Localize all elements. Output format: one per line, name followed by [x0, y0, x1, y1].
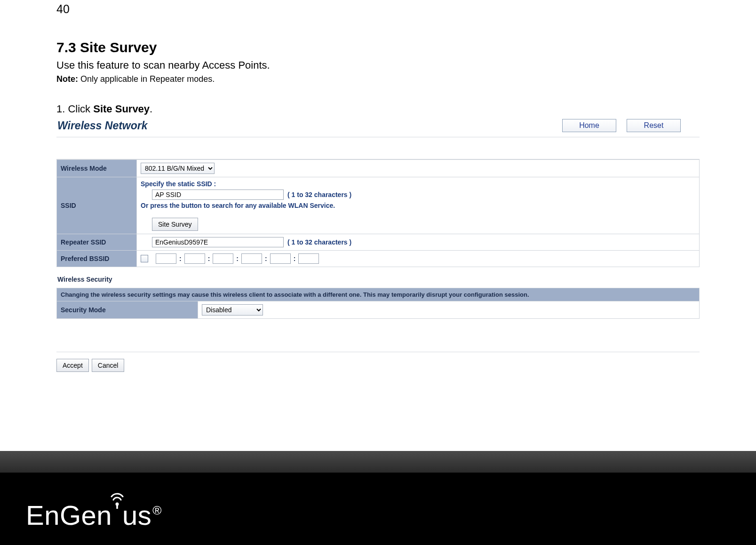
logo-text-us: us — [122, 499, 151, 531]
security-mode-select[interactable]: Disabled — [202, 304, 263, 316]
wireless-mode-select[interactable]: 802.11 B/G/N Mixed — [141, 163, 215, 174]
bssid-oct-1[interactable] — [156, 253, 176, 264]
page-number: 40 — [56, 0, 700, 16]
site-survey-button[interactable]: Site Survey — [152, 218, 198, 231]
registered-symbol: ® — [152, 503, 162, 518]
colon-sep: : — [294, 255, 296, 262]
divider — [56, 352, 700, 352]
row-ssid: SSID Specify the static SSID : ( 1 to 32… — [57, 177, 700, 234]
bssid-oct-6[interactable] — [298, 253, 319, 264]
step-prefix: 1. Click — [56, 103, 93, 115]
intro-text: Use this feature to scan nearby Access P… — [56, 59, 700, 71]
colon-sep: : — [265, 255, 267, 262]
panel-header: Wireless Network Home Reset — [56, 118, 700, 134]
note-label: Note: — [56, 74, 78, 84]
field-ssid: Specify the static SSID : ( 1 to 32 char… — [137, 177, 700, 234]
spacer — [56, 137, 700, 159]
home-button[interactable]: Home — [562, 119, 616, 132]
row-prefered-bssid: Prefered BSSID : : : : : — [57, 251, 700, 267]
note-line: Note: Only applicable in Repeater modes. — [56, 74, 700, 84]
repeater-ssid-input[interactable] — [152, 237, 284, 247]
bssid-oct-5[interactable] — [270, 253, 291, 264]
note-text: Only applicable in Repeater modes. — [78, 74, 215, 84]
step-bold: Site Survey — [93, 103, 150, 115]
wireless-security-title: Wireless Security — [57, 276, 700, 283]
action-buttons: Accept Cancel — [56, 359, 700, 372]
colon-sep: : — [208, 255, 210, 262]
row-repeater-ssid: Repeater SSID ( 1 to 32 characters ) — [57, 234, 700, 251]
label-ssid: SSID — [57, 177, 137, 234]
label-repeater-ssid: Repeater SSID — [57, 234, 137, 251]
svg-rect-1 — [116, 504, 118, 509]
ssid-char-hint: ( 1 to 32 characters ) — [284, 191, 351, 198]
row-security-mode: Security Mode Disabled — [57, 301, 700, 319]
ssid-static-text: Specify the static SSID : — [141, 180, 695, 188]
step-suffix: . — [150, 103, 152, 115]
field-wireless-mode: 802.11 B/G/N Mixed — [137, 160, 700, 177]
colon-sep: : — [179, 255, 182, 262]
field-prefered-bssid: : : : : : — [137, 251, 700, 267]
step-line: 1. Click Site Survey. — [56, 103, 700, 115]
bssid-oct-2[interactable] — [184, 253, 205, 264]
field-security-mode: Disabled — [198, 301, 700, 319]
label-security-mode: Security Mode — [57, 301, 198, 319]
bssid-oct-3[interactable] — [213, 253, 233, 264]
top-buttons: Home Reset — [562, 119, 700, 132]
label-prefered-bssid: Prefered BSSID — [57, 251, 137, 267]
engenius-logo: EnGen us ® — [26, 499, 161, 531]
panel-title: Wireless Network — [57, 119, 148, 132]
colon-sep: : — [236, 255, 239, 262]
field-repeater-ssid: ( 1 to 32 characters ) — [137, 234, 700, 251]
wireless-form-table: Wireless Mode 802.11 B/G/N Mixed SSID Sp… — [56, 159, 700, 267]
ssid-input[interactable] — [152, 190, 284, 200]
ssid-search-text: Or press the button to search for any av… — [141, 202, 695, 209]
security-warning-row: Changing the wireless security settings … — [57, 288, 700, 301]
section-heading: 7.3 Site Survey — [56, 39, 700, 55]
page-footer: EnGen us ® — [0, 451, 756, 545]
label-wireless-mode: Wireless Mode — [57, 160, 137, 177]
bssid-checkbox[interactable] — [141, 255, 148, 262]
security-table: Changing the wireless security settings … — [56, 288, 700, 319]
footer-strip — [0, 451, 756, 473]
security-warning: Changing the wireless security settings … — [57, 288, 700, 301]
repeater-char-hint: ( 1 to 32 characters ) — [284, 238, 351, 246]
cancel-button[interactable]: Cancel — [92, 359, 125, 372]
logo-text-en: EnGen — [26, 499, 112, 531]
accept-button[interactable]: Accept — [56, 359, 89, 372]
bssid-oct-4[interactable] — [241, 253, 262, 264]
row-wireless-mode: Wireless Mode 802.11 B/G/N Mixed — [57, 160, 700, 177]
reset-button[interactable]: Reset — [627, 119, 681, 132]
wireless-network-panel: Wireless Network Home Reset Wireless Mod… — [56, 118, 700, 372]
wifi-icon — [110, 483, 124, 515]
